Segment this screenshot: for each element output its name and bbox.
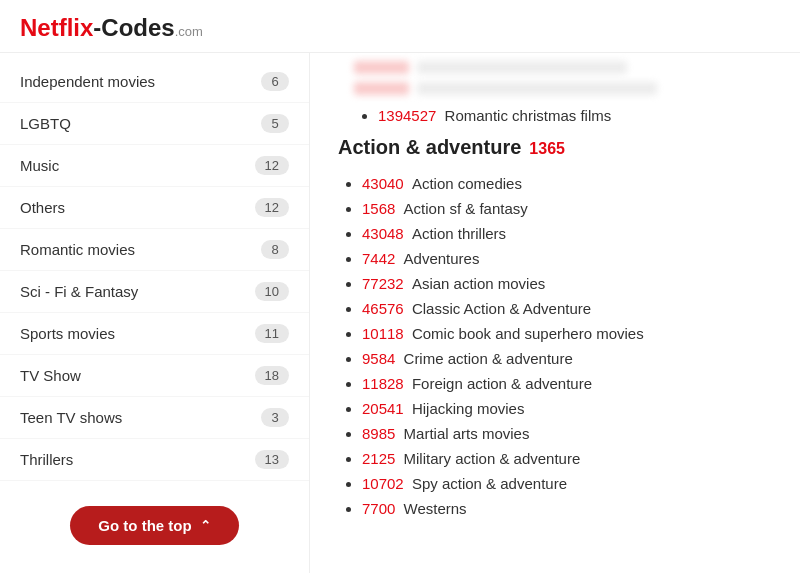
romantic-christmas-item: 1394527 Romantic christmas films: [378, 103, 772, 128]
sidebar-item-label-4: Romantic movies: [20, 241, 135, 258]
code-link-0[interactable]: 43040: [362, 175, 404, 192]
item-label-9: Hijacking movies: [412, 400, 525, 417]
list-item: 7442 Adventures: [362, 246, 772, 271]
logo: Netflix-Codes.com: [20, 14, 780, 42]
blurred-item-2: [354, 82, 772, 95]
sidebar-item-5[interactable]: Sci - Fi & Fantasy 10: [0, 271, 309, 313]
sidebar-item-badge-6: 11: [255, 324, 289, 343]
go-top-label: Go to the top: [98, 517, 191, 534]
main-layout: Independent movies 6 LGBTQ 5 Music 12 Ot…: [0, 53, 800, 573]
go-to-top-button[interactable]: Go to the top ⌃: [70, 506, 238, 545]
item-label-5: Classic Action & Adventure: [412, 300, 591, 317]
sidebar-item-1[interactable]: LGBTQ 5: [0, 103, 309, 145]
code-link-5[interactable]: 46576: [362, 300, 404, 317]
sidebar: Independent movies 6 LGBTQ 5 Music 12 Ot…: [0, 53, 310, 573]
sidebar-item-2[interactable]: Music 12: [0, 145, 309, 187]
code-link-9[interactable]: 20541: [362, 400, 404, 417]
sidebar-item-badge-4: 8: [261, 240, 289, 259]
logo-codes: Codes: [101, 14, 174, 41]
sidebar-item-badge-5: 10: [255, 282, 289, 301]
sidebar-item-8[interactable]: Teen TV shows 3: [0, 397, 309, 439]
sidebar-item-9[interactable]: Thrillers 13: [0, 439, 309, 481]
romantic-christmas-label: Romantic christmas films: [445, 107, 612, 124]
item-label-6: Comic book and superhero movies: [412, 325, 644, 342]
sidebar-item-6[interactable]: Sports movies 11: [0, 313, 309, 355]
sidebar-item-label-0: Independent movies: [20, 73, 155, 90]
sidebar-item-3[interactable]: Others 12: [0, 187, 309, 229]
section-heading-action-adventure: Action & adventure 1365: [338, 136, 772, 159]
list-item: 10118 Comic book and superhero movies: [362, 321, 772, 346]
code-link-4[interactable]: 77232: [362, 275, 404, 292]
sidebar-item-badge-9: 13: [255, 450, 289, 469]
item-label-3: Adventures: [404, 250, 480, 267]
list-item: 8985 Martial arts movies: [362, 421, 772, 446]
content-area: 1394527 Romantic christmas films Action …: [310, 53, 800, 573]
item-label-1: Action sf & fantasy: [404, 200, 528, 217]
header: Netflix-Codes.com: [0, 0, 800, 53]
item-label-8: Foreign action & adventure: [412, 375, 592, 392]
sidebar-item-0[interactable]: Independent movies 6: [0, 61, 309, 103]
code-link-7[interactable]: 9584: [362, 350, 395, 367]
list-item: 43048 Action thrillers: [362, 221, 772, 246]
item-label-13: Westerns: [404, 500, 467, 517]
code-link-11[interactable]: 2125: [362, 450, 395, 467]
list-item: 46576 Classic Action & Adventure: [362, 296, 772, 321]
item-label-4: Asian action movies: [412, 275, 545, 292]
sidebar-list: Independent movies 6 LGBTQ 5 Music 12 Ot…: [0, 61, 309, 490]
code-link-6[interactable]: 10118: [362, 325, 404, 342]
sidebar-item-label-7: TV Show: [20, 367, 81, 384]
code-link-12[interactable]: 10702: [362, 475, 404, 492]
romantic-christmas-list: 1394527 Romantic christmas films: [354, 103, 772, 128]
item-label-2: Action thrillers: [412, 225, 506, 242]
sidebar-item-label-6: Sports movies: [20, 325, 115, 342]
blurred-item-1: [354, 61, 772, 74]
sidebar-item-label-3: Others: [20, 199, 65, 216]
code-link-2[interactable]: 43048: [362, 225, 404, 242]
sidebar-item-badge-7: 18: [255, 366, 289, 385]
sidebar-item-badge-1: 5: [261, 114, 289, 133]
item-label-11: Military action & adventure: [404, 450, 581, 467]
code-link-1[interactable]: 1568: [362, 200, 395, 217]
section-title: Action & adventure: [338, 136, 521, 159]
section-code-link[interactable]: 1365: [529, 140, 565, 158]
code-link-10[interactable]: 8985: [362, 425, 395, 442]
sidebar-item-label-2: Music: [20, 157, 59, 174]
sidebar-item-label-9: Thrillers: [20, 451, 73, 468]
sidebar-footer: Go to the top ⌃: [0, 490, 309, 565]
code-link-8[interactable]: 11828: [362, 375, 404, 392]
list-item: 1568 Action sf & fantasy: [362, 196, 772, 221]
chevron-up-icon: ⌃: [200, 518, 211, 533]
list-item: 11828 Foreign action & adventure: [362, 371, 772, 396]
item-label-12: Spy action & adventure: [412, 475, 567, 492]
sidebar-item-label-5: Sci - Fi & Fantasy: [20, 283, 138, 300]
action-adventure-section: Action & adventure 1365 43040 Action com…: [338, 136, 772, 521]
sidebar-item-4[interactable]: Romantic movies 8: [0, 229, 309, 271]
code-link-13[interactable]: 7700: [362, 500, 395, 517]
sidebar-item-badge-8: 3: [261, 408, 289, 427]
list-item: 7700 Westerns: [362, 496, 772, 521]
logo-com: .com: [175, 24, 203, 39]
sidebar-item-badge-0: 6: [261, 72, 289, 91]
logo-netflix: Netflix: [20, 14, 93, 41]
blurred-section: 1394527 Romantic christmas films: [338, 53, 772, 128]
sidebar-item-badge-2: 12: [255, 156, 289, 175]
list-item: 77232 Asian action movies: [362, 271, 772, 296]
item-label-0: Action comedies: [412, 175, 522, 192]
item-label-10: Martial arts movies: [404, 425, 530, 442]
action-adventure-list: 43040 Action comedies 1568 Action sf & f…: [338, 171, 772, 521]
list-item: 9584 Crime action & adventure: [362, 346, 772, 371]
sidebar-item-badge-3: 12: [255, 198, 289, 217]
sidebar-item-label-8: Teen TV shows: [20, 409, 122, 426]
list-item: 43040 Action comedies: [362, 171, 772, 196]
sidebar-item-7[interactable]: TV Show 18: [0, 355, 309, 397]
romantic-christmas-code-link[interactable]: 1394527: [378, 107, 436, 124]
list-item: 10702 Spy action & adventure: [362, 471, 772, 496]
list-item: 2125 Military action & adventure: [362, 446, 772, 471]
item-label-7: Crime action & adventure: [404, 350, 573, 367]
list-item: 20541 Hijacking movies: [362, 396, 772, 421]
sidebar-item-label-1: LGBTQ: [20, 115, 71, 132]
code-link-3[interactable]: 7442: [362, 250, 395, 267]
